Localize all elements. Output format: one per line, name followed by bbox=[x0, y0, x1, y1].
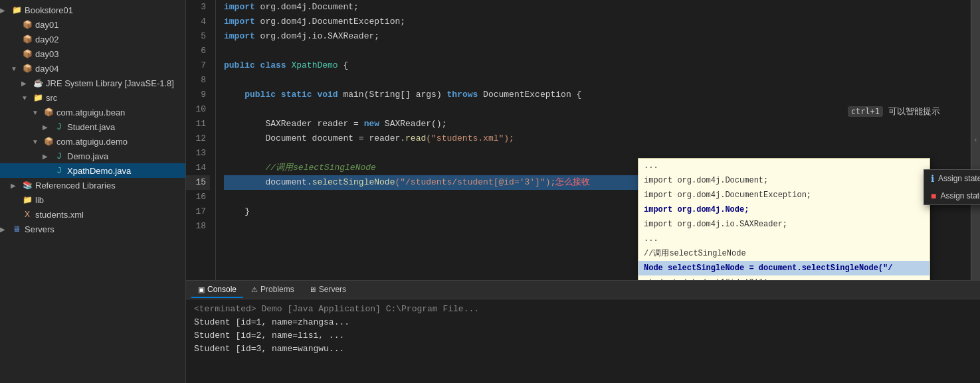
tree-icon-day04: 📦 bbox=[21, 64, 33, 73]
tree-label-day03: day03 bbox=[35, 49, 185, 59]
code-token: DocumentException { bbox=[483, 88, 581, 102]
console-line-2: Student [id=3, name=wangwu... bbox=[194, 342, 972, 355]
code-line-12: Document document = reader.read("student… bbox=[224, 131, 980, 146]
console-content: <terminated> Demo [Java Application] C:\… bbox=[186, 299, 980, 383]
code-line-6 bbox=[224, 44, 980, 58]
panel-tab-icon-0: ▣ bbox=[198, 285, 205, 293]
autocomplete-item-7[interactable]: Node selectSingleNode = document.selectS… bbox=[638, 261, 930, 275]
tree-arrow: ▶ bbox=[43, 123, 53, 131]
line-number-13: 13 bbox=[186, 146, 210, 161]
line-number-10: 10 bbox=[186, 102, 210, 117]
quickfix-item-1[interactable]: ■ Assign statement to new field (Ctrl+2,… bbox=[924, 187, 980, 204]
code-token: void bbox=[317, 88, 343, 102]
tree-icon-studentsxml: X bbox=[21, 210, 33, 219]
code-line-4: import org.dom4j.DocumentException; bbox=[224, 15, 980, 29]
tree-label-demojava: Demo.java bbox=[67, 151, 185, 161]
autocomplete-item-6[interactable]: //调用selectSingleNode bbox=[638, 246, 930, 261]
sidebar-item-lib[interactable]: 📁lib bbox=[0, 192, 185, 207]
bottom-panel: ▣Console⚠Problems🖥Servers <terminated> D… bbox=[186, 280, 980, 383]
code-line-10 bbox=[224, 102, 980, 117]
code-token: new bbox=[364, 117, 385, 131]
code-line-5: import org.dom4j.io.SAXReader; bbox=[224, 29, 980, 44]
code-token: static bbox=[281, 88, 318, 102]
sidebar-item-src[interactable]: ▼📁src bbox=[0, 90, 185, 105]
tree-arrow: ▼ bbox=[21, 94, 32, 102]
sidebar-item-day04[interactable]: ▼📦day04 bbox=[0, 61, 185, 76]
quickfix-label-0: Assign statement to new local variable (… bbox=[938, 174, 980, 183]
code-token: ("/students/student[@id='3']"); bbox=[395, 175, 555, 190]
tree-icon-jre: ☕ bbox=[32, 78, 44, 88]
panel-tab-console[interactable]: ▣Console bbox=[191, 282, 243, 298]
tree-label-reflibs: Referenced Libraries bbox=[35, 181, 185, 191]
quickfix-popup[interactable]: ℹ Assign statement to new local variable… bbox=[924, 169, 980, 205]
autocomplete-item-2[interactable]: import org.dom4j.DocumentException; bbox=[638, 188, 930, 202]
code-token: org.dom4j.DocumentException; bbox=[260, 15, 405, 29]
autocomplete-item-8[interactable]: students/student[@id='3']); bbox=[638, 275, 930, 280]
tree-label-studentsxml: students.xml bbox=[35, 210, 185, 220]
sidebar-item-studentsxml[interactable]: Xstudents.xml bbox=[0, 207, 185, 222]
code-token: SAXReader(); bbox=[385, 117, 447, 131]
sidebar-item-bookstore01[interactable]: ▶📁Bookstore01 bbox=[0, 3, 185, 17]
tree-label-day04: day04 bbox=[35, 64, 185, 74]
quickfix-item-0[interactable]: ℹ Assign statement to new local variable… bbox=[924, 170, 980, 187]
sidebar-item-reflibs[interactable]: ▶📚Referenced Libraries bbox=[0, 178, 185, 192]
quickfix-icon-1: ■ bbox=[931, 191, 936, 201]
tree-icon-day03: 📦 bbox=[21, 49, 33, 58]
line-number-6: 6 bbox=[186, 44, 210, 58]
tree-arrow: ▶ bbox=[0, 7, 11, 14]
code-token: throws bbox=[446, 88, 483, 102]
line-number-16: 16 bbox=[186, 190, 210, 204]
tree-icon-lib: 📁 bbox=[21, 195, 33, 204]
autocomplete-item-0[interactable]: ... bbox=[638, 159, 930, 173]
console-header: <terminated> Demo [Java Application] C:\… bbox=[194, 302, 972, 315]
tree-label-src: src bbox=[46, 93, 185, 103]
tree-label-servers: Servers bbox=[25, 224, 185, 234]
tree-icon-xpathdemo: J bbox=[53, 166, 65, 175]
line-number-4: 4 bbox=[186, 15, 210, 29]
code-token: import bbox=[224, 0, 260, 15]
tree-label-bean: com.atguigu.bean bbox=[56, 108, 185, 117]
sidebar-item-servers[interactable]: ▶🖥Servers bbox=[0, 222, 185, 236]
tree-icon-servers: 🖥 bbox=[11, 224, 23, 234]
line-number-3: 3 bbox=[186, 0, 210, 15]
tree-arrow: ▶ bbox=[0, 226, 11, 233]
sidebar-item-day02[interactable]: 📦day02 bbox=[0, 32, 185, 46]
panel-tab-problems[interactable]: ⚠Problems bbox=[245, 282, 301, 298]
autocomplete-item-1[interactable]: import org.dom4j.Document; bbox=[638, 173, 930, 188]
sidebar-item-demo[interactable]: ▼📦com.atguigu.demo bbox=[0, 134, 185, 149]
sidebar-item-xpathdemo[interactable]: JXpathDemo.java bbox=[0, 163, 185, 178]
line-number-7: 7 bbox=[186, 58, 210, 73]
collapse-panel-arrow[interactable]: ‹ bbox=[971, 0, 980, 280]
autocomplete-item-4[interactable]: import org.dom4j.io.SAXReader; bbox=[638, 217, 930, 232]
sidebar: ▶📁Bookstore01 📦day01 📦day02 📦day03 ▼📦day… bbox=[0, 0, 186, 383]
tree-arrow: ▶ bbox=[11, 182, 21, 189]
sidebar-item-jre[interactable]: ▶☕JRE System Library [JavaSE-1.8] bbox=[0, 76, 185, 90]
tree-label-jre: JRE System Library [JavaSE-1.8] bbox=[46, 78, 185, 88]
autocomplete-popup[interactable]: ...import org.dom4j.Document;import org.… bbox=[638, 158, 930, 280]
tree-icon-demo: 📦 bbox=[43, 137, 54, 146]
autocomplete-item-5[interactable]: ... bbox=[638, 232, 930, 246]
tree-icon-student: J bbox=[53, 122, 65, 131]
tree-arrow: ▼ bbox=[32, 138, 43, 145]
sidebar-item-student[interactable]: ▶JStudent.java bbox=[0, 119, 185, 134]
tree-label-demo: com.atguigu.demo bbox=[56, 137, 185, 147]
panel-tab-servers[interactable]: 🖥Servers bbox=[302, 282, 353, 298]
panel-tabs: ▣Console⚠Problems🖥Servers bbox=[186, 281, 980, 299]
tree-arrow: ▼ bbox=[32, 109, 43, 116]
tree-icon-src: 📁 bbox=[32, 93, 44, 102]
code-line-8 bbox=[224, 73, 980, 88]
sidebar-item-day03[interactable]: 📦day03 bbox=[0, 46, 185, 61]
tree-label-day01: day01 bbox=[35, 20, 185, 30]
sidebar-item-bean[interactable]: ▼📦com.atguigu.bean bbox=[0, 105, 185, 119]
sidebar-item-demojava[interactable]: ▶JDemo.java bbox=[0, 149, 185, 163]
line-number-14: 14 bbox=[186, 161, 210, 175]
code-area[interactable]: import org.dom4j.Document;import org.dom… bbox=[216, 0, 980, 280]
autocomplete-item-3[interactable]: import org.dom4j.Node; bbox=[638, 202, 930, 217]
sidebar-item-day01[interactable]: 📦day01 bbox=[0, 17, 185, 32]
tree-label-xpathdemo: XpathDemo.java bbox=[67, 166, 185, 176]
tree-icon-day02: 📦 bbox=[21, 35, 33, 44]
line-number-17: 17 bbox=[186, 204, 210, 219]
code-token: selectSingleNode bbox=[312, 175, 395, 190]
code-token: public bbox=[224, 88, 281, 102]
line-number-12: 12 bbox=[186, 131, 210, 146]
